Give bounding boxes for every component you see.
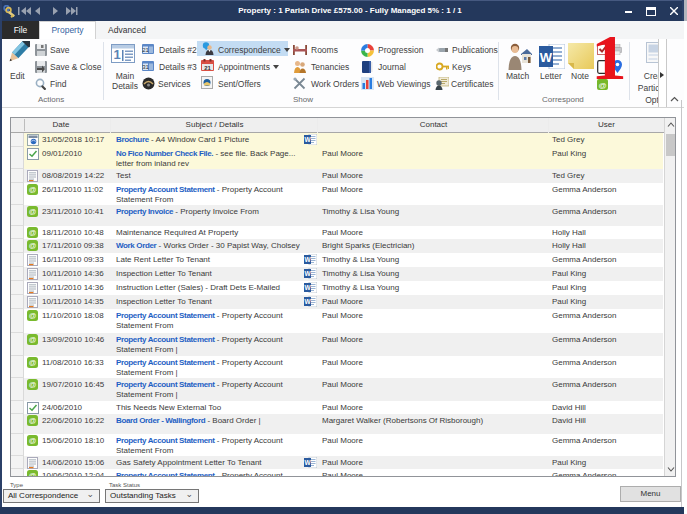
svg-text:@: @ [29,471,37,477]
svg-text:@: @ [29,380,37,389]
svg-text:W: W [304,298,311,305]
svg-text:W: W [540,50,553,65]
svg-text:@: @ [29,335,37,344]
svg-text:@: @ [29,185,37,194]
svg-text:W: W [304,136,311,143]
svg-text:31: 31 [142,64,149,70]
svg-text:W: W [304,459,311,466]
svg-text:@: @ [29,207,37,216]
svg-text:@: @ [29,241,37,250]
svg-text:21: 21 [142,47,149,53]
svg-text:21: 21 [204,65,211,71]
svg-text:W: W [304,270,311,277]
svg-text:W: W [304,256,311,263]
svg-text:W: W [304,284,311,291]
svg-text:@: @ [29,311,37,320]
svg-text:@: @ [29,358,37,367]
svg-text:@: @ [29,416,37,425]
svg-text:@: @ [29,436,37,445]
svg-text:@: @ [29,228,37,237]
svg-text:1: 1 [113,47,120,62]
